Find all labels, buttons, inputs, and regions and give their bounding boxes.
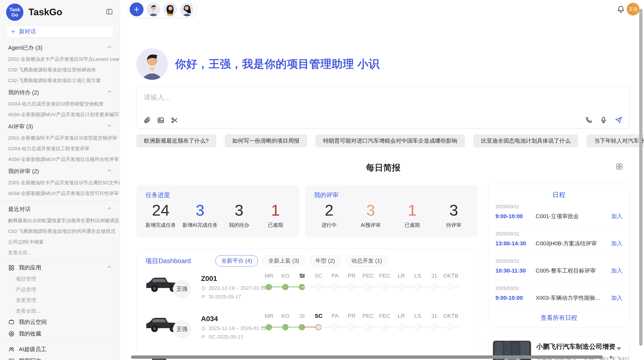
tab-new-platform[interactable]: 全新平台 (4) <box>215 255 258 266</box>
milestone-label: OKTB <box>443 273 459 279</box>
news-title: 小鹏飞行汽车制造公司增资 <box>536 342 630 351</box>
schedule-event: 2025/03/11 10:30-11:30 C005-整车工程目标评审 加入 <box>495 254 622 281</box>
tab-new-body[interactable]: 全新上装 (3) <box>262 255 305 266</box>
schedule-title: 日程 <box>495 190 622 199</box>
app-item-change-mgmt[interactable]: 变更管理 <box>0 295 120 306</box>
section-recent-chats[interactable]: 最近对话 <box>0 203 120 215</box>
milestone-label: PR <box>343 313 360 319</box>
project-row[interactable]: 王强 A034 2023-12-19 ~ 2026-01-19 SC-2025-… <box>137 311 467 349</box>
recent-chat-item[interactable]: 公司Q3轻卡销量 <box>0 237 120 247</box>
app-title: TaskGo <box>28 7 106 18</box>
send-icon[interactable] <box>614 116 623 124</box>
event-date: 2025/03/11 <box>495 204 622 209</box>
sidebar-item[interactable]: Z001-全新燃油轻卡产品开发项目SI造型提交物评审 <box>0 133 120 143</box>
stat-ai-prereview: 3 AI预评审 <box>356 201 386 229</box>
milestone-dot-OKTB[interactable] <box>448 284 454 290</box>
join-link[interactable]: 加入 <box>611 240 622 247</box>
new-chat-button[interactable]: 新对话 <box>6 25 114 38</box>
milestone-label: MR <box>261 273 277 279</box>
app-item-project-mgmt[interactable]: 项目管理 <box>0 274 120 284</box>
project-owner-badge: 王强 <box>173 320 191 338</box>
sidebar-item[interactable]: Z001-全新燃油轻卡产品开发项目SI节点属性5D文件评审 <box>0 177 120 188</box>
section-my-todo[interactable]: 我的待办 (2) <box>0 86 120 99</box>
sidebar-item-help-write[interactable]: 帮我写作 <box>0 355 120 360</box>
phone-icon[interactable] <box>585 116 593 124</box>
composer-left-tools <box>143 116 178 124</box>
sidebar-collapse-icon[interactable] <box>106 8 113 17</box>
section-ai-review[interactable]: AI评审 (3) <box>0 120 120 133</box>
apps-view-all[interactable]: 查看全部... <box>0 306 120 316</box>
sidebar-item[interactable]: A034-全新新能源MUV产品开发项目法规符合性评审 <box>0 154 120 165</box>
recent-chat-item[interactable]: C02-飞腾新能源轻客改款项目的闭环通告反馈情况 <box>0 226 120 237</box>
suggestion-chip[interactable]: 如何写一份清晰的项目周报 <box>225 134 307 147</box>
tab-powertrain[interactable]: 动总开发 (1) <box>345 255 388 266</box>
chevron-up-icon[interactable] <box>107 123 112 130</box>
milestone-dot-OKTB[interactable] <box>448 324 454 330</box>
suggestion-chip[interactable]: 当下年轻人对汽车外观有怎样的喜好趋势 <box>587 134 644 147</box>
sidebar-item-my-apps[interactable]: 我的应用 <box>0 262 120 274</box>
chevron-up-icon[interactable] <box>107 44 112 51</box>
suggestion-chip[interactable]: 特朗普可能对进口汽车增税会对中国车企造成哪些影响 <box>315 134 465 147</box>
user-avatar[interactable]: 王强 <box>627 3 639 16</box>
app-item-product-mgmt[interactable]: 产品管理 <box>0 284 120 295</box>
attachment-icon[interactable] <box>143 116 151 124</box>
mic-icon[interactable] <box>600 116 607 124</box>
sidebar-item-favorites[interactable]: 我的收藏 <box>0 328 120 340</box>
scroll-down-arrow[interactable] <box>617 347 621 350</box>
briefing-layout-icon[interactable] <box>616 163 623 171</box>
stats-row: 2 进行中 3 AI预评审 1 已逾期 3 待评审 <box>314 201 469 229</box>
notification-bell-icon[interactable] <box>617 5 625 14</box>
milestone-label: SI <box>294 313 310 319</box>
event-date: 2025/03/11 <box>495 286 622 291</box>
sidebar-item[interactable]: C02-飞腾新能源轻客改款项目立项汇报方案 <box>0 75 120 86</box>
image-icon[interactable] <box>157 116 165 124</box>
join-link[interactable]: 加入 <box>611 294 622 302</box>
sidebar-item-cloud-space[interactable]: 我的云空间 <box>0 316 120 328</box>
sidebar-item[interactable]: Z001-全新燃油皮卡产品开发项目SI节点Lesson Learn报告 <box>0 54 120 65</box>
sidebar-item[interactable]: A034-全新新能源MUV产品开发项目计划变更表编写 <box>0 109 120 120</box>
sidebar-item[interactable]: C0X4-动力总成开发项目SI里程碑提交物检查 <box>0 99 120 109</box>
milestone-label: LR <box>393 273 409 279</box>
project-row[interactable]: 王强 Z001 2023-12-19 ~ 2027-01-19 SI-2025-… <box>137 271 467 309</box>
flag-icon <box>201 294 206 299</box>
flag-icon <box>201 335 206 340</box>
chat-input[interactable] <box>144 94 474 101</box>
join-link[interactable]: 加入 <box>611 213 622 220</box>
milestone-label: KO <box>277 273 294 279</box>
tab-year-model[interactable]: 年型 (2) <box>310 255 341 266</box>
horizontal-scrollbar[interactable] <box>131 355 603 359</box>
sidebar-item-ai-employee[interactable]: AI超级员工 <box>0 343 120 355</box>
star-circle-icon <box>8 331 15 337</box>
suggestion-chip[interactable]: 欧洲新规最近颁布了什么? <box>136 134 216 147</box>
agent-avatar-3[interactable] <box>180 3 194 16</box>
agent-avatar-1[interactable] <box>147 3 160 16</box>
suggestion-chip[interactable]: 比亚迪全固态电池计划具体说了什么 <box>473 134 578 147</box>
section-my-review[interactable]: 我的评审 (2) <box>0 165 120 177</box>
section-agent-done[interactable]: Agent已办 (3) <box>0 41 120 54</box>
scroll-right-arrow[interactable] <box>610 355 613 359</box>
my-review-card: 我的评审 2 进行中 3 AI预评审 1 已逾期 3 待评审 <box>305 185 478 237</box>
sidebar-item[interactable]: C0X4-动力总成开发项目工程变更评审 <box>0 143 120 154</box>
agent-avatar-2[interactable] <box>163 3 177 16</box>
scissors-icon[interactable] <box>171 116 178 124</box>
view-all-schedule-link[interactable]: 查看所有日程 <box>495 308 622 327</box>
write-icon <box>8 358 15 360</box>
recent-chat-item[interactable]: 解释最新出台的欧盟报废车法规再生塑料比例被调至15%... <box>0 215 120 226</box>
chat-composer <box>136 87 630 128</box>
chevron-up-icon[interactable] <box>107 206 112 213</box>
sidebar-item[interactable]: A034-全新新能源MUV产品开发项目造型可行性评审 <box>0 188 120 199</box>
chevron-up-icon[interactable] <box>107 89 112 96</box>
app-logo: Task Go <box>6 4 23 21</box>
stat-overdue: 1 已逾期 <box>260 201 290 229</box>
add-agent-button[interactable] <box>130 3 143 16</box>
join-link[interactable]: 加入 <box>611 267 622 275</box>
recent-view-all[interactable]: 查看全部... <box>0 247 120 258</box>
chevron-up-icon[interactable] <box>107 264 112 271</box>
vertical-scrollbar[interactable] <box>639 9 642 346</box>
divider <box>0 260 120 260</box>
sidebar-item[interactable]: C02-飞腾新能源轻客改款项目里程碑画布 <box>0 65 120 75</box>
task-progress-card: 任务进度 24 新增完成任务 3 新增AI完成任务 3 我的待办 1 已逾期 <box>136 185 300 237</box>
stat-new-done: 24 新增完成任务 <box>145 201 176 229</box>
milestone-track: MRKOSISCPAPRPECFECLRLSJ1OKTB <box>261 313 459 331</box>
chevron-up-icon[interactable] <box>107 168 112 175</box>
